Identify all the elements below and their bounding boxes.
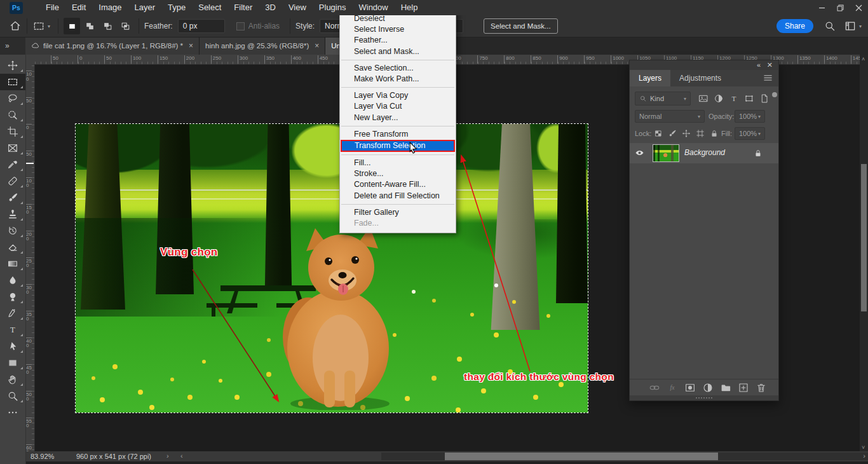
scroll-up-icon[interactable]: ˄	[862, 56, 865, 62]
add-layer-mask-icon[interactable]	[684, 382, 696, 393]
link-layers-icon[interactable]	[649, 382, 660, 393]
home-icon[interactable]	[9, 20, 22, 32]
context-menu-item-layer-via-copy[interactable]: Layer Via Copy	[340, 90, 456, 101]
context-menu-item-fill[interactable]: Fill...	[340, 158, 456, 168]
lock-transparency-icon[interactable]	[653, 128, 663, 139]
tool-preset-chevron-icon[interactable]: ▾	[48, 24, 50, 29]
panel-resize-grip[interactable]	[630, 395, 778, 400]
edit-toolbar-button[interactable]	[0, 404, 25, 421]
new-adjustment-layer-icon[interactable]	[702, 382, 714, 393]
layer-visibility-eye-icon[interactable]	[634, 148, 645, 158]
blend-mode-select[interactable]: Normal▾	[635, 110, 705, 123]
menu-edit[interactable]: Edit	[65, 0, 92, 15]
context-menu-item-content-aware-fill[interactable]: Content-Aware Fill...	[340, 179, 456, 190]
context-menu-item-select-inverse[interactable]: Select Inverse	[340, 24, 456, 35]
context-menu-item-filter-gallery[interactable]: Filter Gallery	[340, 207, 456, 218]
collapse-panel-icon[interactable]: «	[757, 60, 761, 69]
document-tab-1[interactable]: file cat 1.png @ 16.7% (Layer 1, RGB/8#)…	[25, 37, 200, 55]
workspace-chevron-icon[interactable]: ▾	[859, 24, 862, 29]
panel-tab-adjustments[interactable]: Adjustments	[670, 70, 730, 86]
subtract-from-selection-icon[interactable]	[99, 18, 116, 34]
zoom-tool[interactable]	[0, 388, 25, 404]
horizontal-scrollbar[interactable]	[381, 453, 868, 460]
eraser-tool[interactable]	[0, 239, 25, 256]
opacity-value[interactable]: 100%▾	[735, 110, 765, 123]
pen-tool[interactable]	[0, 305, 25, 322]
eyedropper-tool[interactable]	[0, 156, 25, 173]
new-selection-icon[interactable]	[64, 18, 80, 34]
lock-pixels-icon[interactable]	[667, 128, 677, 139]
rectangular-marquee-tool[interactable]	[0, 74, 25, 90]
layer-effects-icon[interactable]: fx	[667, 382, 678, 393]
layer-lock-icon[interactable]	[754, 149, 763, 158]
filter-pin-icon[interactable]	[772, 92, 777, 97]
menu-plugins[interactable]: Plugins	[313, 0, 353, 15]
context-menu-item-fade[interactable]: Fade...	[340, 218, 456, 229]
ruler-corner[interactable]	[25, 55, 35, 65]
select-and-mask-button[interactable]: Select and Mask...	[484, 18, 558, 34]
close-panel-icon[interactable]: ✕	[767, 60, 773, 69]
filter-type-icon[interactable]: T	[728, 92, 740, 105]
lock-all-icon[interactable]	[709, 128, 719, 139]
context-menu-item-new-layer[interactable]: New Layer...	[340, 113, 456, 123]
workspace-switcher-icon[interactable]	[844, 20, 857, 32]
tool-preset-marquee-icon[interactable]	[32, 20, 45, 32]
new-group-icon[interactable]	[720, 382, 731, 393]
context-menu-item-transform-selection[interactable]: Transform Selection	[341, 140, 455, 152]
intersect-selection-icon[interactable]	[117, 18, 133, 34]
horizontal-scrollbar-thumb[interactable]	[445, 453, 718, 460]
history-brush-tool[interactable]	[0, 222, 25, 239]
menu-view[interactable]: View	[282, 0, 313, 15]
lock-position-icon[interactable]	[681, 128, 691, 139]
menu-window[interactable]: Window	[352, 0, 394, 15]
layer-row-background[interactable]: Background	[630, 143, 778, 163]
filter-adjustment-icon[interactable]	[712, 92, 725, 105]
context-menu-item-save-selection[interactable]: Save Selection...	[340, 63, 456, 74]
crop-tool[interactable]	[0, 123, 25, 140]
scroll-right-icon[interactable]: ›	[863, 452, 865, 460]
clone-stamp-tool[interactable]	[0, 206, 25, 222]
close-icon[interactable]	[850, 0, 868, 15]
status-popup-icon[interactable]: ›	[166, 452, 169, 460]
menu-filter[interactable]: Filter	[227, 0, 259, 15]
vertical-scrollbar-thumb[interactable]	[861, 164, 867, 311]
search-icon[interactable]	[824, 20, 836, 32]
panel-menu-icon[interactable]	[763, 72, 773, 83]
menu-select[interactable]: Select	[192, 0, 227, 15]
dodge-tool[interactable]	[0, 289, 25, 305]
hand-tool[interactable]	[0, 371, 25, 388]
object-selection-tool[interactable]	[0, 107, 25, 123]
menu-file[interactable]: File	[39, 0, 65, 15]
context-menu-item-make-work-path[interactable]: Make Work Path...	[340, 74, 456, 85]
filter-shape-icon[interactable]	[743, 92, 756, 105]
type-tool[interactable]: T	[0, 322, 25, 338]
antialias-checkbox[interactable]	[236, 22, 245, 31]
share-button[interactable]: Share	[776, 19, 813, 33]
frame-tool[interactable]	[0, 140, 25, 156]
move-tool[interactable]	[0, 57, 25, 74]
filter-image-icon[interactable]	[697, 92, 710, 105]
menu-layer[interactable]: Layer	[128, 0, 162, 15]
context-menu-item-layer-via-cut[interactable]: Layer Via Cut	[340, 101, 456, 112]
minimize-icon[interactable]	[813, 0, 831, 15]
path-selection-tool[interactable]	[0, 338, 25, 355]
fill-value[interactable]: 100%▾	[735, 127, 765, 140]
menu-help[interactable]: Help	[395, 0, 424, 15]
status-collapse-icon[interactable]: ‹	[180, 452, 183, 460]
canvas-image[interactable]	[76, 124, 588, 413]
rectangle-tool[interactable]	[0, 355, 25, 371]
vertical-scrollbar[interactable]	[860, 55, 868, 451]
add-to-selection-icon[interactable]	[81, 18, 98, 34]
context-menu-item-feather[interactable]: Feather...	[340, 35, 456, 46]
new-layer-icon[interactable]	[738, 382, 749, 393]
spot-healing-brush-tool[interactable]	[0, 173, 25, 189]
tab-close-icon[interactable]: ×	[189, 41, 193, 50]
filter-smart-object-icon[interactable]	[758, 92, 771, 105]
document-tab-2[interactable]: hinh anh.jpg @ 25.3% (RGB/8*)×	[200, 37, 325, 55]
context-menu-item-free-transform[interactable]: Free Transform	[340, 129, 456, 140]
panel-tab-layers[interactable]: Layers	[630, 70, 670, 86]
menu-3d[interactable]: 3D	[259, 0, 282, 15]
scroll-down-icon[interactable]: ˅	[862, 444, 865, 451]
ruler-left[interactable]: 1005005010015020025030035040045050055060…	[25, 64, 35, 451]
restore-icon[interactable]	[831, 0, 850, 15]
